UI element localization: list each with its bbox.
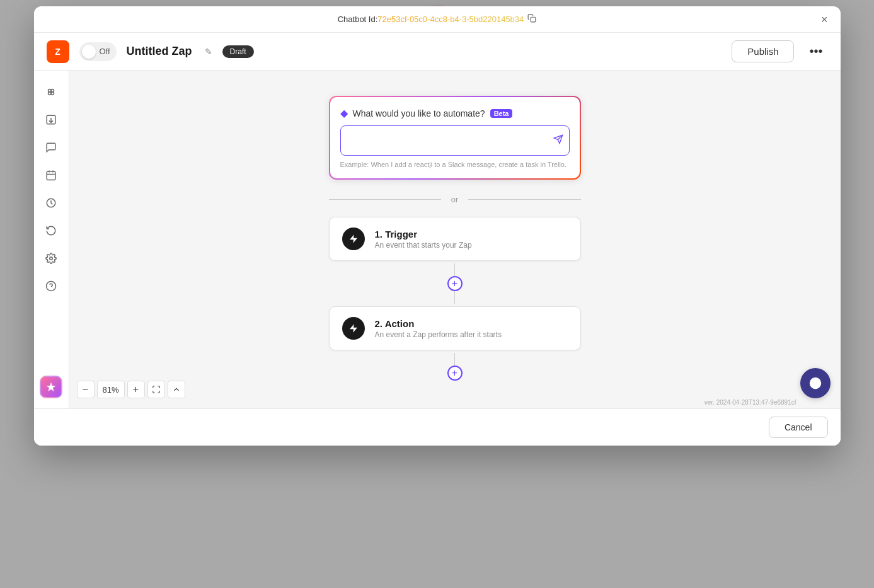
sidebar-item-apps[interactable]: [40, 81, 62, 103]
chatbot-bar: Chatbot Id: 72e53cf-05c0-4cc8-b4-3-5bd22…: [34, 6, 841, 33]
chatbot-id-label: Chatbot Id:: [338, 14, 378, 24]
version-text: ver. 2024-04-28T13:47-9e6891cf: [704, 399, 796, 406]
action-icon: [342, 317, 365, 340]
modal-overlay: Chatbot Id: 72e53cf-05c0-4cc8-b4-3-5bd22…: [0, 0, 874, 588]
trigger-icon: [342, 228, 365, 250]
zap-title: Untitled Zap: [127, 45, 192, 58]
action-content: 2. Action An event a Zap performs after …: [375, 318, 502, 339]
toggle-label: Off: [100, 47, 110, 56]
sidebar-item-schedule[interactable]: [40, 164, 62, 187]
toggle-circle: [82, 45, 96, 59]
zoom-out-button[interactable]: −: [77, 381, 95, 398]
svg-marker-16: [350, 234, 357, 243]
action-title: 2. Action: [375, 318, 502, 329]
ai-prompt-header: ◆ What would you like to automate? Beta: [340, 107, 570, 119]
copy-icon[interactable]: [527, 14, 536, 25]
plus-connector-2: +: [447, 353, 463, 381]
plus-connector-1: +: [447, 263, 463, 304]
edit-icon[interactable]: ✎: [205, 47, 212, 57]
beta-badge: Beta: [490, 109, 513, 118]
trigger-subtitle: An event that starts your Zap: [375, 241, 472, 250]
chatbot-id-value: 72e53cf-05c0-4cc8-b4-3-5bd220145b34: [377, 14, 524, 24]
trigger-content: 1. Trigger An event that starts your Zap: [375, 229, 472, 250]
action-card[interactable]: 2. Action An event a Zap performs after …: [329, 306, 581, 350]
svg-point-18: [809, 378, 820, 389]
close-button[interactable]: ×: [821, 14, 828, 25]
cancel-button[interactable]: Cancel: [769, 417, 828, 438]
sidebar-item-comments[interactable]: [40, 136, 62, 159]
ai-prompt-label: What would you like to automate?: [353, 108, 485, 118]
ai-input[interactable]: [348, 136, 546, 146]
add-step-button-1[interactable]: +: [447, 276, 463, 291]
ai-prompt-box: ◆ What would you like to automate? Beta …: [329, 96, 581, 180]
chevron-up-button[interactable]: [168, 381, 185, 398]
trigger-title: 1. Trigger: [375, 229, 472, 239]
svg-point-4: [51, 92, 54, 95]
dialog-container: Chatbot Id: 72e53cf-05c0-4cc8-b4-3-5bd22…: [34, 6, 841, 446]
cancel-row: Cancel: [34, 408, 841, 446]
workspace: ◆ What would you like to automate? Beta …: [34, 71, 841, 408]
sidebar: [34, 71, 69, 408]
action-subtitle: An event a Zap performs after it starts: [375, 330, 502, 339]
connector-line-3: [454, 353, 455, 366]
ai-example-text: Example: When I add a reactji to a Slack…: [340, 161, 570, 168]
ai-send-button[interactable]: [553, 134, 563, 147]
sidebar-item-settings[interactable]: [40, 247, 62, 270]
svg-point-11: [50, 257, 53, 260]
svg-point-19: [812, 381, 814, 383]
ai-diamond-icon: ◆: [340, 107, 348, 119]
publish-button[interactable]: Publish: [732, 40, 794, 62]
svg-rect-6: [47, 171, 55, 180]
sidebar-item-help[interactable]: [40, 275, 62, 297]
fit-screen-button[interactable]: [147, 381, 165, 398]
sidebar-item-history[interactable]: [40, 192, 62, 214]
svg-point-20: [816, 381, 818, 383]
or-divider: or: [329, 195, 581, 204]
zoom-bar: − 81% +: [77, 381, 185, 398]
ai-float-button[interactable]: [800, 368, 831, 398]
canvas: ◆ What would you like to automate? Beta …: [69, 71, 841, 408]
connector-line-2: [454, 291, 455, 304]
zap-header: Z Off Untitled Zap ✎ Draft Publish •••: [34, 33, 841, 71]
zoom-in-button[interactable]: +: [127, 381, 145, 398]
connector-line-1: [454, 263, 455, 276]
toggle-switch[interactable]: Off: [79, 42, 117, 61]
more-options-button[interactable]: •••: [804, 42, 827, 61]
sidebar-ai-button[interactable]: [40, 376, 62, 398]
sidebar-item-versions[interactable]: [40, 219, 62, 242]
sidebar-item-import[interactable]: [40, 108, 62, 131]
ai-input-wrapper: [340, 125, 570, 156]
svg-rect-0: [531, 17, 536, 22]
svg-marker-17: [350, 324, 357, 332]
draft-badge: Draft: [222, 45, 254, 58]
zapier-logo[interactable]: Z: [47, 40, 69, 63]
trigger-card[interactable]: 1. Trigger An event that starts your Zap: [329, 217, 581, 261]
zoom-value: 81%: [97, 381, 125, 398]
or-label: or: [451, 195, 459, 204]
add-step-button-2[interactable]: +: [447, 366, 463, 381]
